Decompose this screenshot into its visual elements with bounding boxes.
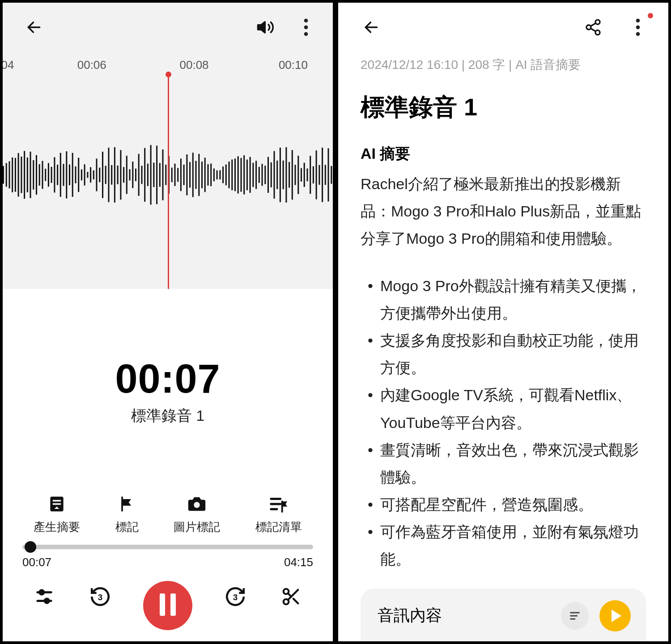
rewind-3s-button[interactable]: 3 xyxy=(87,583,114,610)
svg-rect-10 xyxy=(18,153,19,196)
svg-rect-75 xyxy=(213,169,215,182)
share-button[interactable] xyxy=(580,14,607,41)
summary-paragraph: Rachel介紹了極米最新推出的投影機新品：Mogo 3 Pro和Halo Pl… xyxy=(361,170,646,253)
summary-pane: 2024/12/12 16:10 | 208 字 | AI 語音摘要 標準錄音 … xyxy=(336,0,671,644)
svg-rect-104 xyxy=(301,168,302,182)
mark-button[interactable]: 標記 xyxy=(115,493,139,535)
list-item: •畫質清晰，音效出色，帶來沉浸式觀影體驗。 xyxy=(361,436,646,491)
image-mark-button[interactable]: 圖片標記 xyxy=(174,493,220,535)
svg-text:3: 3 xyxy=(98,593,102,602)
svg-rect-65 xyxy=(183,165,185,185)
svg-rect-47 xyxy=(129,169,131,181)
summary-content: 2024/12/12 16:10 | 208 字 | AI 語音摘要 標準錄音 … xyxy=(338,52,668,641)
progress-knob[interactable] xyxy=(25,541,36,553)
flag-icon xyxy=(116,493,138,515)
share-icon xyxy=(584,18,602,36)
svg-rect-46 xyxy=(126,156,127,194)
summary-bullet-list: •Mogo 3 Pro外觀設計擁有精美又便攜，方便攜帶外出使用。•支援多角度投影… xyxy=(361,272,646,573)
waveform-area[interactable]: :04 00:06 00:08 00:10 xyxy=(3,52,333,289)
svg-rect-22 xyxy=(54,157,55,192)
svg-rect-105 xyxy=(304,163,305,187)
svg-rect-39 xyxy=(105,166,106,184)
svg-rect-59 xyxy=(165,165,166,185)
svg-rect-88 xyxy=(252,163,254,187)
svg-rect-86 xyxy=(246,160,248,191)
svg-rect-73 xyxy=(208,164,209,186)
trim-button[interactable] xyxy=(278,583,305,610)
svg-rect-89 xyxy=(255,161,257,189)
svg-rect-45 xyxy=(123,167,124,183)
svg-rect-58 xyxy=(162,149,164,200)
speaker-button[interactable] xyxy=(252,14,279,41)
svg-rect-53 xyxy=(147,164,149,186)
svg-rect-100 xyxy=(289,162,290,188)
svg-rect-67 xyxy=(189,162,191,187)
svg-rect-101 xyxy=(292,150,293,200)
mark-list-button[interactable]: 標記清單 xyxy=(255,493,302,535)
svg-rect-97 xyxy=(280,148,281,202)
svg-rect-113 xyxy=(328,148,329,202)
right-topbar xyxy=(338,3,668,52)
forward-icon: 3 xyxy=(224,585,246,608)
playhead-indicator[interactable] xyxy=(168,74,169,289)
svg-rect-93 xyxy=(268,157,269,193)
svg-rect-116 xyxy=(53,500,61,502)
svg-rect-94 xyxy=(271,162,272,187)
back-arrow-icon xyxy=(25,19,42,36)
svg-rect-91 xyxy=(262,164,263,186)
settings-button[interactable] xyxy=(31,583,58,610)
svg-point-2 xyxy=(304,19,308,23)
audio-card-title: 音訊內容 xyxy=(378,605,442,627)
svg-rect-17 xyxy=(39,164,40,186)
bullet-dot: • xyxy=(361,381,380,436)
svg-rect-95 xyxy=(274,151,275,199)
svg-rect-33 xyxy=(87,172,88,178)
back-button[interactable] xyxy=(21,14,47,41)
more-button[interactable] xyxy=(624,14,651,41)
play-button[interactable] xyxy=(599,600,631,631)
meta-wordcount: 208 字 xyxy=(468,58,505,72)
pause-button[interactable] xyxy=(143,581,192,630)
current-time: 00:07 xyxy=(22,555,51,569)
svg-rect-6 xyxy=(6,163,7,187)
svg-rect-54 xyxy=(150,145,152,204)
svg-rect-114 xyxy=(331,166,332,184)
playback-controls: 3 3 xyxy=(3,581,333,612)
svg-rect-37 xyxy=(99,168,100,182)
generate-summary-button[interactable]: 產生摘要 xyxy=(34,493,80,535)
transcript-button[interactable] xyxy=(561,602,589,630)
svg-rect-21 xyxy=(51,167,52,183)
svg-rect-61 xyxy=(171,168,173,182)
recorder-pane: :04 00:06 00:08 00:10 00:07 標準錄音 1 產生摘要 … xyxy=(0,0,336,644)
svg-line-138 xyxy=(590,23,595,26)
svg-rect-69 xyxy=(195,161,197,189)
svg-rect-44 xyxy=(120,150,121,200)
svg-rect-98 xyxy=(283,161,284,189)
summary-icon xyxy=(46,493,68,515)
more-button[interactable] xyxy=(293,14,319,41)
list-icon xyxy=(569,610,581,622)
svg-rect-40 xyxy=(108,148,110,202)
svg-rect-8 xyxy=(12,157,13,192)
svg-rect-108 xyxy=(313,166,314,183)
svg-rect-16 xyxy=(36,155,37,195)
more-vertical-icon xyxy=(636,18,640,36)
action-label: 圖片標記 xyxy=(174,519,220,535)
forward-3s-button[interactable]: 3 xyxy=(222,583,249,610)
svg-rect-15 xyxy=(33,160,34,190)
bullet-dot: • xyxy=(361,272,380,327)
svg-rect-77 xyxy=(219,170,221,180)
progress-slider[interactable] xyxy=(22,545,313,549)
meta-line: 2024/12/12 16:10 | 208 字 | AI 語音摘要 xyxy=(361,56,646,73)
svg-rect-30 xyxy=(78,158,79,192)
svg-rect-19 xyxy=(45,169,46,181)
back-button[interactable] xyxy=(358,14,385,41)
action-label: 標記 xyxy=(115,519,139,535)
audio-total-time: 04:15 xyxy=(602,640,631,641)
svg-rect-68 xyxy=(192,153,194,197)
timer-display: 00:07 標準錄音 1 xyxy=(3,356,333,426)
list-item: •內建Google TV系統，可觀看Netflix、YouTube等平台內容。 xyxy=(361,381,646,436)
svg-rect-103 xyxy=(297,156,299,194)
svg-rect-84 xyxy=(241,158,242,192)
list-item-text: 支援多角度投影和自動校正功能，使用方便。 xyxy=(380,327,646,381)
